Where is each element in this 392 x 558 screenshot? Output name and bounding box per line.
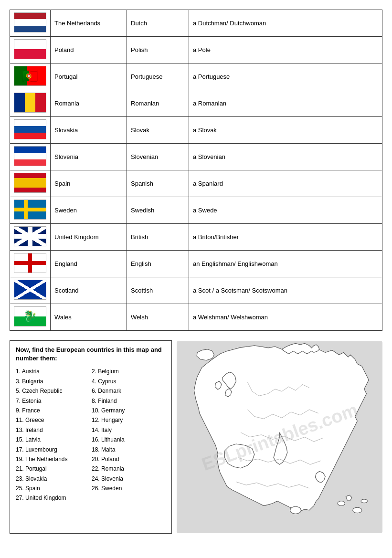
country-name: United Kingdom	[51, 224, 127, 251]
table-row: Scotland Scottish a Scot / a Scotsman/ S…	[10, 277, 382, 304]
flag-cell	[10, 144, 51, 170]
flag-cell	[10, 117, 51, 144]
table-row: Slovakia Slovak a Slovak	[10, 117, 382, 144]
bottom-section: Now, find the European countries in this…	[10, 340, 382, 534]
language: Welsh	[127, 304, 189, 331]
language: Dutch	[127, 10, 189, 37]
demonym: an Englishman/ Englishwoman	[189, 251, 382, 277]
list-item: 15. Latvia	[16, 435, 90, 444]
flag-pl	[14, 39, 46, 59]
country-name: Portugal	[51, 63, 127, 90]
language: Slovak	[127, 117, 189, 144]
list-item: 18. Malta	[92, 445, 166, 454]
flag-sk	[14, 119, 46, 139]
list-item: 7. Estonia	[16, 396, 90, 406]
list-columns: 1. Austria3. Bulgaria5. Czech Republic7.…	[16, 367, 166, 503]
country-name: Scotland	[51, 277, 127, 304]
demonym: a Scot / a Scotsman/ Scotswoman	[189, 277, 382, 304]
demonym: a Slovak	[189, 117, 382, 144]
flag-cell	[10, 10, 51, 37]
flag-cell	[10, 63, 51, 90]
svg-point-3	[353, 507, 362, 513]
country-name: Poland	[51, 37, 127, 63]
svg-point-2	[338, 501, 345, 506]
country-name: Romania	[51, 90, 127, 117]
list-item: 3. Bulgaria	[16, 377, 90, 386]
flag-es	[14, 173, 46, 193]
list-item: 5. Czech Republic	[16, 386, 90, 396]
demonym: a Briton/Britisher	[189, 224, 382, 251]
demonym: a Dutchman/ Dutchwoman	[189, 10, 382, 37]
list-item: 20. Poland	[92, 454, 166, 464]
list-item: 25. Spain	[16, 484, 90, 493]
flag-cell	[10, 224, 51, 251]
flag-cell	[10, 37, 51, 63]
language: British	[127, 224, 189, 251]
language: Polish	[127, 37, 189, 63]
demonym: a Portuguese	[189, 63, 382, 90]
list-item: 9. France	[16, 406, 90, 415]
country-name: Wales	[51, 304, 127, 331]
list-item: 11. Greece	[16, 415, 90, 425]
table-row: United Kingdom British a Briton/Britishe…	[10, 224, 382, 251]
list-item: 10. Germany	[92, 406, 166, 415]
list-item: 27. United Kingdom	[16, 493, 90, 503]
flag-cell	[10, 304, 51, 331]
flag-se	[14, 200, 46, 220]
demonym: a Pole	[189, 37, 382, 63]
flag-pt	[14, 66, 46, 86]
list-item: 1. Austria	[16, 367, 90, 376]
language: Romanian	[127, 90, 189, 117]
country-list-box: Now, find the European countries in this…	[10, 340, 172, 534]
table-row: Spain Spanish a Spaniard	[10, 170, 382, 197]
list-item: 19. The Netherlands	[16, 454, 90, 464]
map-section: ESLprintables.com	[177, 340, 382, 534]
table-row: Romania Romanian a Romanian	[10, 90, 382, 117]
flag-cell	[10, 170, 51, 197]
flag-sc	[14, 280, 46, 300]
svg-point-1	[290, 506, 301, 514]
list-item: 14. Italy	[92, 425, 166, 435]
country-name: Sweden	[51, 197, 127, 224]
list-item: 22. Romania	[92, 464, 166, 474]
demonym: a Swede	[189, 197, 382, 224]
language: English	[127, 251, 189, 277]
svg-point-4	[361, 499, 367, 503]
table-row: Slovenia Slovenian a Slovenian	[10, 144, 382, 170]
europe-map	[177, 340, 382, 534]
flag-cell	[10, 90, 51, 117]
country-name: Spain	[51, 170, 127, 197]
list-item: 17. Luxembourg	[16, 445, 90, 454]
list-item: 4. Cyprus	[92, 377, 166, 386]
list-item: 6. Denmark	[92, 386, 166, 396]
country-table: The Netherlands Dutch a Dutchman/ Dutchw…	[10, 10, 382, 331]
language: Swedish	[127, 197, 189, 224]
table-row: England English an Englishman/ Englishwo…	[10, 251, 382, 277]
list-item: 24. Slovenia	[92, 474, 166, 484]
list-item: 12. Hungary	[92, 415, 166, 425]
country-name: The Netherlands	[51, 10, 127, 37]
demonym: a Romanian	[189, 90, 382, 117]
list-col2: 2. Belgium4. Cyprus6. Denmark8. Finland1…	[92, 367, 166, 503]
list-item: 21. Portugal	[16, 464, 90, 474]
list-title: Now, find the European countries in this…	[16, 346, 166, 363]
demonym: a Welshman/ Welshwoman	[189, 304, 382, 331]
country-name: Slovakia	[51, 117, 127, 144]
flag-nl	[14, 12, 46, 32]
flag-gb	[14, 226, 46, 246]
language: Scottish	[127, 277, 189, 304]
language: Portuguese	[127, 63, 189, 90]
flag-cell	[10, 277, 51, 304]
language: Spanish	[127, 170, 189, 197]
table-row: Portugal Portuguese a Portuguese	[10, 63, 382, 90]
list-item: 13. Ireland	[16, 425, 90, 435]
country-name: England	[51, 251, 127, 277]
flag-cell	[10, 251, 51, 277]
flag-si	[14, 146, 46, 166]
flag-wa	[14, 306, 46, 326]
table-row: The Netherlands Dutch a Dutchman/ Dutchw…	[10, 10, 382, 37]
list-item: 16. Lithuania	[92, 435, 166, 444]
list-item: 26. Sweden	[92, 484, 166, 493]
list-item: 2. Belgium	[92, 367, 166, 376]
demonym: a Spaniard	[189, 170, 382, 197]
